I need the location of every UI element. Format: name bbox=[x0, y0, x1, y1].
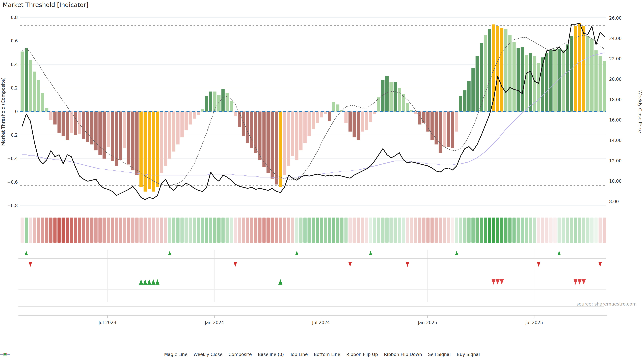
ribbon-cell bbox=[434, 218, 438, 243]
ribbon-cell bbox=[160, 218, 163, 243]
source-credit: source: sharemaestro.com bbox=[576, 301, 636, 307]
left-tick-label: 0.2 bbox=[11, 85, 18, 90]
ribbon-cell bbox=[238, 218, 241, 243]
threshold-bar bbox=[312, 112, 315, 129]
ribbon-cell bbox=[299, 218, 302, 243]
ribbon-cell bbox=[529, 218, 532, 243]
ribbon-flip-up-icon bbox=[168, 251, 172, 255]
threshold-bar bbox=[332, 102, 335, 111]
ribbon-cell bbox=[49, 218, 52, 243]
threshold-bar bbox=[545, 53, 548, 112]
ribbon-cell bbox=[357, 218, 360, 243]
right-axis-ticks: 26.0024.0022.0020.0018.0016.0014.0012.00… bbox=[609, 15, 622, 204]
threshold-bar bbox=[213, 91, 216, 111]
legend-item-buy-signal: Buy Signal bbox=[457, 352, 480, 357]
threshold-bar bbox=[123, 112, 126, 148]
threshold-bar bbox=[443, 112, 446, 147]
threshold-bar bbox=[422, 112, 426, 123]
right-tick-label: 22.00 bbox=[609, 56, 622, 61]
ribbon-cell bbox=[58, 218, 61, 243]
ribbon-cell bbox=[213, 218, 216, 243]
threshold-bar bbox=[33, 71, 36, 112]
threshold-bar bbox=[594, 50, 598, 111]
threshold-bar bbox=[295, 112, 298, 160]
ribbon-cell bbox=[447, 218, 450, 243]
ribbon-cell bbox=[484, 218, 487, 243]
threshold-bar bbox=[308, 112, 311, 136]
ribbon-cell bbox=[398, 218, 401, 243]
ribbon-cell bbox=[152, 218, 155, 243]
threshold-bar bbox=[348, 112, 352, 132]
threshold-bar bbox=[299, 112, 302, 150]
ribbon-cell bbox=[520, 218, 524, 243]
ribbon-cell bbox=[254, 218, 258, 243]
threshold-bar bbox=[496, 26, 499, 111]
threshold-bar bbox=[472, 68, 474, 112]
x-tick-label: Jul 2025 bbox=[525, 320, 543, 325]
ribbon-cell bbox=[135, 218, 138, 243]
ribbon-cell bbox=[262, 218, 266, 243]
ribbon-cell bbox=[463, 218, 466, 243]
threshold-bar bbox=[550, 50, 552, 111]
threshold-bar bbox=[520, 47, 524, 111]
ribbon-cell bbox=[340, 218, 344, 243]
threshold-bar bbox=[418, 112, 421, 124]
ribbon-cell bbox=[418, 218, 421, 243]
ribbon-cell bbox=[439, 218, 442, 243]
ribbon-cell bbox=[344, 218, 348, 243]
ribbon-cell bbox=[308, 218, 311, 243]
ribbon-cell bbox=[406, 218, 409, 243]
threshold-bar bbox=[394, 82, 397, 112]
threshold-bar bbox=[164, 112, 167, 166]
right-tick-label: 20.00 bbox=[609, 77, 622, 82]
threshold-bar bbox=[86, 112, 90, 142]
ribbon-cell bbox=[562, 218, 565, 243]
ribbon-cell bbox=[414, 218, 417, 243]
threshold-bar bbox=[283, 112, 286, 175]
ribbon-cell bbox=[90, 218, 94, 243]
threshold-bar bbox=[29, 60, 32, 112]
threshold-bar bbox=[209, 91, 212, 111]
threshold-bar bbox=[74, 112, 77, 135]
ribbon-cell bbox=[336, 218, 340, 243]
ribbon-cell bbox=[41, 218, 44, 243]
ribbon-cell bbox=[107, 218, 110, 243]
threshold-bar bbox=[390, 82, 392, 112]
ribbon-flip-up-icon bbox=[455, 251, 458, 255]
ribbon-strip bbox=[21, 218, 606, 243]
legend-item-sell-signal: Sell Signal bbox=[428, 352, 451, 357]
threshold-bar bbox=[504, 29, 508, 111]
threshold-bar bbox=[369, 112, 372, 122]
ribbon-cell bbox=[234, 218, 237, 243]
threshold-bar bbox=[455, 112, 458, 132]
ribbon-cell bbox=[62, 218, 65, 243]
threshold-bar bbox=[590, 38, 594, 111]
ribbon-cell bbox=[119, 218, 122, 243]
ribbon-cell bbox=[189, 218, 192, 243]
sell-signal-icon bbox=[574, 279, 578, 285]
legend-item-label: Sell Signal bbox=[428, 352, 451, 357]
threshold-bar bbox=[58, 112, 61, 133]
legend-item-baseline-0-: Baseline (0) bbox=[258, 352, 284, 357]
legend-item-label: Bottom Line bbox=[314, 352, 340, 357]
threshold-bar bbox=[468, 81, 470, 112]
ribbon-cell bbox=[184, 218, 188, 243]
right-axis-title: Weekly Close Price bbox=[638, 90, 643, 133]
threshold-bar bbox=[381, 80, 384, 112]
threshold-bar bbox=[90, 112, 94, 145]
ribbon-cell bbox=[115, 218, 118, 243]
ribbon-cell bbox=[102, 218, 106, 243]
right-tick-label: 24.00 bbox=[609, 36, 622, 41]
ribbon-cell bbox=[172, 218, 176, 243]
threshold-bar bbox=[115, 112, 118, 166]
ribbon-cell bbox=[25, 218, 28, 243]
threshold-bar bbox=[439, 112, 442, 153]
ribbon-cell bbox=[250, 218, 253, 243]
sell-signal-icon bbox=[492, 279, 496, 285]
buy-signal-icon bbox=[139, 279, 143, 285]
ribbon-cell bbox=[168, 218, 172, 243]
ribbon-cell bbox=[480, 218, 483, 243]
ribbon-cell bbox=[205, 218, 208, 243]
right-tick-label: 10.00 bbox=[609, 179, 622, 184]
ribbon-cell bbox=[545, 218, 548, 243]
